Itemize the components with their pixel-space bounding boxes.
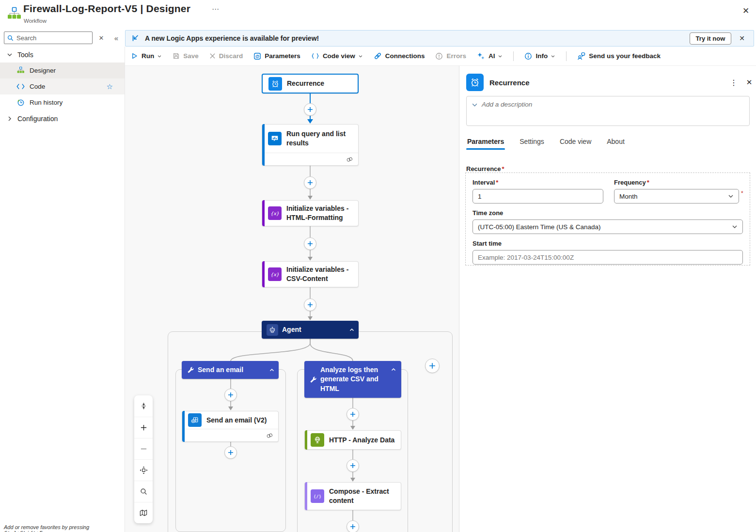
connections-button[interactable]: Connections (374, 52, 425, 60)
add-action-button[interactable] (304, 176, 316, 189)
plus-icon (228, 392, 234, 398)
title-more-icon[interactable]: ⋯ (212, 5, 219, 14)
http-globe-icon (311, 433, 324, 447)
description-placeholder: Add a description (482, 100, 532, 122)
node-http-analyze[interactable]: HTTP - Analyze Data (304, 430, 401, 450)
tab-settings[interactable]: Settings (519, 135, 545, 150)
zoom-out-button[interactable] (134, 438, 153, 459)
panel-tabs: Parameters Settings Code view About (466, 135, 626, 150)
code-view-button[interactable]: Code view (311, 52, 363, 60)
try-it-now-button[interactable]: Try it now (690, 32, 732, 45)
canvas-search-button[interactable] (134, 481, 153, 502)
panel-close-icon[interactable]: ✕ (742, 76, 756, 89)
node-recurrence[interactable]: Recurrence (262, 74, 359, 94)
sidebar-search[interactable] (4, 31, 93, 44)
recurrence-section-label: Recurrence* (466, 165, 504, 172)
wrench-icon (187, 366, 194, 374)
feedback-button[interactable]: Send us your feedback (577, 52, 661, 60)
panel-more-icon[interactable]: ⋮ (727, 76, 740, 89)
preview-arrow-icon (131, 34, 140, 43)
add-action-button[interactable] (346, 520, 359, 532)
chevron-down-icon (728, 193, 734, 199)
sidebar-item-designer[interactable]: Designer (0, 63, 125, 78)
interval-label: Interval* (472, 179, 603, 186)
discard-button[interactable]: Discard (209, 52, 243, 60)
sidebar-item-code[interactable]: Code ☆ (0, 78, 125, 94)
add-action-button[interactable] (346, 408, 359, 421)
add-action-button[interactable] (304, 103, 316, 116)
zoom-in-button[interactable] (134, 417, 153, 438)
plus-icon (228, 450, 234, 455)
chevron-up-icon[interactable] (349, 327, 355, 333)
sidebar-collapse-icon[interactable]: « (110, 32, 123, 44)
node-agent[interactable]: Agent (262, 321, 359, 339)
chevron-down-icon (732, 224, 738, 230)
add-action-button[interactable] (224, 446, 237, 459)
node-init-csv[interactable]: {x} Initialize variables - CSV-Content (262, 261, 359, 287)
timezone-select[interactable]: (UTC-05:00) Eastern Time (US & Canada) (472, 219, 743, 234)
svg-text:@: @ (255, 54, 260, 59)
workflow-canvas[interactable]: Recurrence Run query and list results {x… (125, 66, 459, 532)
banner-close-icon[interactable]: ✕ (736, 33, 748, 43)
tab-parameters[interactable]: Parameters (466, 135, 505, 150)
banner-text: A new Logic Apps experience is available… (145, 34, 685, 42)
search-icon (7, 35, 14, 41)
description-box[interactable]: Add a description (466, 96, 750, 126)
monitor-logs-icon (268, 132, 282, 145)
ai-button[interactable]: AI (477, 52, 503, 60)
panel-title: Recurrence (489, 78, 530, 87)
plus-icon (307, 241, 313, 247)
pan-tool-button[interactable] (134, 459, 153, 481)
run-button[interactable]: Run (131, 52, 162, 60)
compose-icon: {/} (311, 489, 324, 503)
toolbar-divider (566, 51, 567, 61)
connections-icon (374, 52, 382, 60)
add-action-button[interactable] (304, 298, 316, 311)
add-tool-button[interactable] (425, 359, 440, 373)
add-action-button[interactable] (304, 237, 316, 250)
discard-icon (209, 53, 216, 59)
minimap-button[interactable] (134, 502, 153, 523)
errors-button[interactable]: Errors (435, 52, 466, 60)
sidebar-group-tools[interactable]: Tools (0, 47, 125, 63)
command-bar: Run Save Discard @ Parameters Code view … (125, 47, 756, 66)
chevron-up-icon[interactable] (269, 367, 275, 373)
chevron-up-icon[interactable] (391, 367, 396, 373)
tool-send-email[interactable]: Send an email (182, 361, 279, 379)
starttime-input[interactable] (472, 250, 743, 265)
app-header: Firewall-Log-Report-V5 | Designer ⋯ Work… (0, 0, 756, 30)
frequency-select[interactable]: Month (614, 189, 739, 203)
node-init-html[interactable]: {x} Initialize variables - HTML-Formatti… (262, 200, 359, 226)
parameters-icon: @ (253, 52, 261, 60)
tab-about[interactable]: About (606, 135, 626, 150)
sidebar-group-configuration[interactable]: Configuration (0, 110, 125, 126)
save-icon (173, 52, 180, 60)
save-button[interactable]: Save (173, 52, 199, 60)
recurrence-fields-group: Interval* Frequency* Month * Time zone (… (465, 172, 750, 266)
node-send-email-v2[interactable]: Send an email (V2) (182, 411, 279, 442)
favorite-star-icon[interactable]: ☆ (107, 82, 113, 91)
blade-close-icon[interactable]: ✕ (740, 5, 752, 17)
sidebar-item-run-history[interactable]: Run history (0, 94, 125, 110)
interval-input[interactable] (472, 189, 603, 203)
wrench-icon (309, 376, 316, 383)
recurrence-panel: Recurrence ⋮ ✕ Add a description Paramet… (459, 66, 756, 532)
add-action-button[interactable] (346, 459, 359, 472)
tool-analyze-logs[interactable]: Analyze logs then generate CSV and HTML (304, 361, 401, 398)
run-history-icon (16, 98, 25, 107)
designer-icon (16, 66, 25, 75)
search-input[interactable] (16, 34, 89, 42)
parameters-button[interactable]: @ Parameters (253, 52, 300, 60)
logic-app-workflow-icon (6, 6, 22, 22)
node-compose[interactable]: {/} Compose - Extract content (304, 482, 401, 510)
add-action-button[interactable] (224, 389, 237, 401)
node-run-query[interactable]: Run query and list results (262, 124, 359, 166)
info-button[interactable]: Info (524, 52, 555, 60)
tab-code-view[interactable]: Code view (559, 135, 592, 150)
chevron-down-icon[interactable] (472, 102, 478, 108)
chevron-right-icon (7, 116, 13, 122)
fit-view-button[interactable] (134, 395, 153, 417)
search-clear-icon[interactable]: ✕ (95, 32, 108, 44)
code-icon (16, 83, 25, 90)
connection-icon (346, 156, 353, 162)
